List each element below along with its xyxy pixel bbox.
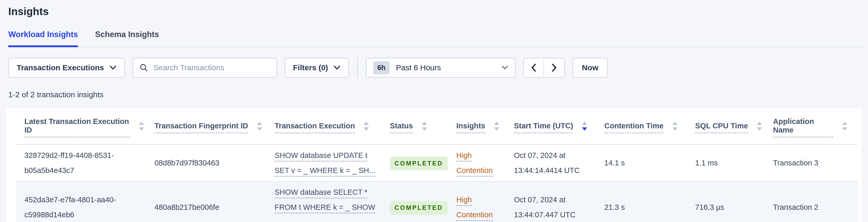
insights-page: Insights Workload Insights Schema Insigh…: [0, 0, 868, 222]
search-box[interactable]: [133, 58, 277, 77]
high-contention-link[interactable]: High Contention: [456, 151, 493, 177]
time-next-button[interactable]: [544, 58, 564, 77]
column-header-transaction-execution[interactable]: Transaction Execution: [275, 108, 390, 145]
cell-insights: High Contention: [456, 181, 514, 222]
sort-icons: [672, 122, 678, 131]
time-range-badge: 6h: [373, 61, 390, 74]
column-header-status[interactable]: Status: [390, 108, 456, 145]
cell-sql-cpu-time: 716.3 µs: [695, 181, 773, 222]
sort-icons: [842, 122, 847, 131]
cell-contention-time: 14.1 s: [604, 145, 695, 181]
time-range-arrows: [523, 58, 565, 77]
time-range-picker[interactable]: 6h Past 6 Hours: [366, 58, 516, 77]
high-contention-link[interactable]: High Contention: [456, 195, 493, 221]
cell-fingerprint-id: 480a8b217be006fe: [154, 181, 275, 222]
transaction-execution-link[interactable]: SHOW database SELECT * FROM t WHERE k = …: [275, 188, 375, 222]
sort-icons: [139, 122, 144, 131]
table-header-row: Latest Transaction Execution ID Transact…: [16, 108, 858, 145]
sort-icons: [494, 122, 499, 131]
tab-schema-insights[interactable]: Schema Insights: [95, 30, 159, 47]
tab-workload-insights[interactable]: Workload Insights: [8, 30, 78, 47]
time-range-label: Past 6 Hours: [396, 63, 441, 72]
transaction-type-dropdown-label: Transaction Executions: [17, 63, 104, 72]
filters-dropdown[interactable]: Filters (0): [285, 58, 349, 77]
tab-bar: Workload Insights Schema Insights: [8, 30, 862, 47]
cell-start-time: Oct 07, 2024 at 13:44:14.4414 UTC: [514, 145, 604, 181]
now-button[interactable]: Now: [572, 58, 608, 77]
cell-sql-cpu-time: 1.1 ms: [695, 145, 773, 181]
column-header-latest-transaction-execution-id[interactable]: Latest Transaction Execution ID: [16, 108, 154, 145]
cell-application-name: Transaction 2: [773, 181, 858, 222]
cell-insights: High Contention: [456, 145, 514, 181]
status-badge: COMPLETED: [390, 157, 448, 170]
insights-table-card: Latest Transaction Execution ID Transact…: [6, 108, 862, 222]
cell-execution-id: 452da3e7-e7fa-4801-aa40-c59988d14eb6: [16, 181, 154, 222]
sort-icons: [257, 122, 262, 131]
transaction-type-dropdown[interactable]: Transaction Executions: [8, 58, 125, 77]
cell-transaction-execution: SHOW database SELECT * FROM t WHERE k = …: [275, 181, 390, 222]
chevron-down-icon: [109, 65, 117, 70]
cell-status: COMPLETED: [390, 145, 456, 181]
cell-start-time: Oct 07, 2024 at 13:44:07.447 UTC: [514, 181, 604, 222]
search-icon: [140, 63, 148, 72]
column-header-insights[interactable]: Insights: [456, 108, 514, 145]
status-badge: COMPLETED: [390, 201, 448, 215]
chevron-right-icon: [551, 63, 557, 72]
chevron-left-icon: [531, 63, 537, 72]
table-row: 452da3e7-e7fa-4801-aa40-c59988d14eb6 480…: [16, 181, 858, 222]
cell-transaction-execution: SHOW database UPDATE t SET v = _ WHERE k…: [275, 145, 390, 181]
cell-status: COMPLETED: [390, 181, 456, 222]
column-header-transaction-fingerprint-id[interactable]: Transaction Fingerprint ID: [154, 108, 275, 145]
page-title: Insights: [8, 6, 862, 18]
filters-dropdown-label: Filters (0): [293, 63, 328, 72]
column-header-start-time[interactable]: Start Time (UTC): [514, 108, 604, 145]
column-header-contention-time[interactable]: Contention Time: [604, 108, 695, 145]
cell-application-name: Transaction 3: [773, 145, 858, 181]
search-input[interactable]: [153, 63, 270, 72]
column-header-sql-cpu-time[interactable]: SQL CPU Time: [695, 108, 773, 145]
toolbar: Transaction Executions Filters (0) 6h Pa…: [8, 58, 862, 78]
cell-contention-time: 21.3 s: [604, 181, 695, 222]
cell-fingerprint-id: 08d8b7d97f830463: [154, 145, 275, 181]
toolbar-divider: [357, 58, 358, 78]
results-count: 1-2 of 2 transaction insights: [8, 90, 862, 99]
table-row: 328729d2-ff19-4408-8531-b05a5b4e43c7 08d…: [16, 145, 858, 181]
transaction-execution-link[interactable]: SHOW database UPDATE t SET v = _ WHERE k…: [275, 151, 375, 177]
column-header-application-name[interactable]: Application Name: [773, 108, 858, 145]
time-prev-button[interactable]: [524, 58, 544, 77]
sort-icons: [422, 122, 427, 131]
sort-icons: [364, 122, 369, 131]
chevron-down-icon: [501, 65, 508, 70]
cell-execution-id: 328729d2-ff19-4408-8531-b05a5b4e43c7: [16, 145, 154, 181]
sort-icons: [757, 122, 762, 131]
chevron-down-icon: [333, 65, 341, 70]
sort-desc-icon: [582, 122, 587, 131]
insights-table: Latest Transaction Execution ID Transact…: [16, 108, 858, 222]
